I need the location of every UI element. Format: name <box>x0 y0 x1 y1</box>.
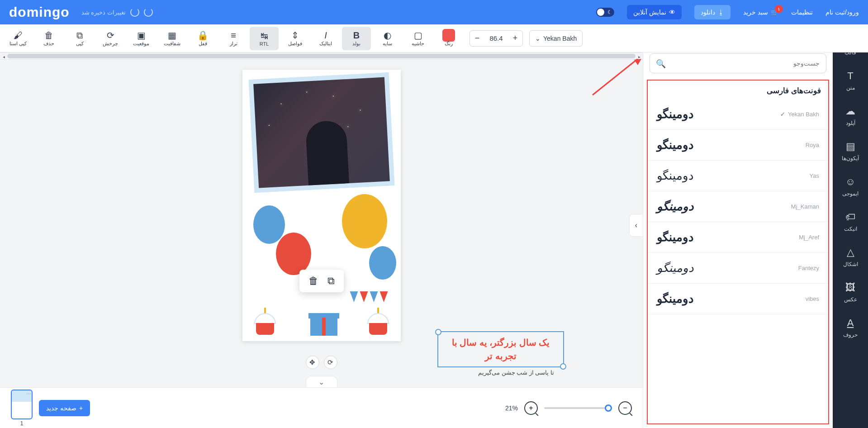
font-row-vibes[interactable]: vibes دومینگو <box>648 284 828 314</box>
rail-upload[interactable]: ☁آپلود <box>833 99 868 133</box>
letters-icon: A <box>847 317 854 329</box>
scroll-left-arrow[interactable]: ◂ <box>0 53 7 60</box>
sync-icon-2 <box>130 8 139 17</box>
rail-letters[interactable]: Aحروف <box>833 310 868 345</box>
download-button[interactable]: ⭳ دانلود <box>694 5 730 19</box>
delete-tool[interactable]: 🗑حذف <box>34 27 63 50</box>
photo-frame[interactable] <box>248 72 394 193</box>
opacity-tool[interactable]: ▦شفافیت <box>157 27 186 50</box>
photo-placeholder <box>253 77 390 188</box>
font-size-increase[interactable]: + <box>508 31 522 46</box>
zoom-slider-knob[interactable] <box>605 404 612 412</box>
font-section-title: فونت‌های فارسی <box>648 81 828 99</box>
more-icon[interactable]: ⋯ <box>26 391 31 396</box>
download-label: دانلود <box>701 9 715 16</box>
plus-icon: + <box>79 404 83 412</box>
cupcake-shape[interactable] <box>365 309 392 335</box>
rail-shapes[interactable]: △اشکال <box>833 240 868 274</box>
position-tool[interactable]: ▣موقعیت <box>127 27 156 50</box>
border-tool[interactable]: ▢حاشیه <box>403 27 432 50</box>
bold-tool[interactable]: Bبولد <box>342 27 371 50</box>
settings-link[interactable]: تنظیمات <box>791 9 813 16</box>
page-thumbnail[interactable]: ⋯ <box>11 390 33 419</box>
font-family-select[interactable]: ⌄ Yekan Bakh <box>529 30 583 47</box>
rtl-tool[interactable]: ↹RTL <box>250 27 279 50</box>
font-search-input[interactable] <box>650 53 826 73</box>
paint-roller-icon: 🖌 <box>14 30 23 41</box>
italic-tool[interactable]: Iایتالیک <box>311 27 340 50</box>
balloon-shape[interactable] <box>276 233 311 275</box>
preview-label: نمایش آنلاین <box>633 9 666 16</box>
color-swatch-icon <box>442 30 455 41</box>
cart-button[interactable]: 🛒 سبد خرید ۱ <box>743 9 778 16</box>
duplicate-icon[interactable]: ⧉ <box>327 275 335 287</box>
align-tool[interactable]: ≡تراز <box>219 27 248 50</box>
eye-icon: 👁 <box>669 9 675 16</box>
transform-handles: ⟳ ✥ <box>306 356 337 369</box>
bold-icon: B <box>353 30 360 41</box>
canvas-area[interactable]: ◂ ▸ یک سال بزرگتر، یه سال با تجربه تر تا… <box>0 52 643 387</box>
text-toolbar: 🖌کپی استا 🗑حذف ⧉کپی ⟳چرخش ▣موقعیت ▦شفافی… <box>0 24 868 52</box>
gift-shape[interactable] <box>310 312 337 336</box>
rail-image[interactable]: 🖼عکس <box>833 275 868 309</box>
download-icon: ⭳ <box>718 9 724 16</box>
balloon-shape[interactable] <box>253 205 285 244</box>
zoom-slider[interactable] <box>544 407 612 409</box>
scrollbar-thumb[interactable] <box>7 54 636 58</box>
rail-text[interactable]: Tمتن <box>833 63 868 98</box>
balloon-shape[interactable] <box>342 194 387 248</box>
sync-icon <box>144 8 153 17</box>
italic-icon: I <box>324 30 327 41</box>
image-icon: 🖼 <box>845 282 855 294</box>
horizontal-scrollbar[interactable]: ◂ ▸ <box>0 52 643 60</box>
delete-icon[interactable]: 🗑 <box>308 275 318 287</box>
artboard[interactable] <box>242 70 401 341</box>
rail-icons[interactable]: ▤آیکون‌ها <box>833 134 868 168</box>
font-row-mjaref[interactable]: Mj_Aref دومینگو <box>648 222 828 253</box>
trash-icon: 🗑 <box>44 30 53 41</box>
rotate-tool[interactable]: ⟳چرخش <box>96 27 125 50</box>
expand-pages-tab[interactable]: ⌄ <box>306 376 337 387</box>
copy-tool[interactable]: ⧉کپی <box>65 27 94 50</box>
lock-tool[interactable]: 🔒قفل <box>188 27 217 50</box>
shadow-tool[interactable]: ◐سایه <box>373 27 402 50</box>
rotate-handle-icon[interactable]: ⟳ <box>324 356 337 369</box>
font-size-input[interactable] <box>484 34 508 42</box>
balloon-shape[interactable] <box>369 246 396 280</box>
font-size-decrease[interactable]: − <box>470 31 484 46</box>
shapes-icon: △ <box>847 247 854 258</box>
new-page-button[interactable]: + صفحه جدید <box>39 400 90 416</box>
online-preview-button[interactable]: 👁 نمایش آنلاین <box>627 5 682 19</box>
rail-emoji[interactable]: ☺ایموجی <box>833 169 868 204</box>
font-row-mjkaman[interactable]: Mj_Kaman دومینگو <box>648 191 828 222</box>
text-icon: T <box>847 70 853 82</box>
copy-style-tool[interactable]: 🖌کپی استا <box>4 27 33 50</box>
dark-mode-toggle[interactable]: ☾ <box>596 8 614 17</box>
zoom-in-button[interactable]: + <box>524 401 538 415</box>
emoji-icon: ☺ <box>845 176 855 188</box>
login-link[interactable]: ورود/ثبت نام <box>825 9 859 16</box>
cart-label: سبد خرید <box>743 9 768 16</box>
font-row-fantezy[interactable]: Fantezy دومینگو <box>648 253 828 284</box>
side-rail: ▦قالب Tمتن ☁آپلود ▤آیکون‌ها ☺ایموجی 🏷اتی… <box>833 24 868 428</box>
bunting-shape[interactable] <box>350 291 388 302</box>
font-row-yekanbakh[interactable]: Yekan Bakh✓ دومینگو <box>648 99 828 130</box>
copy-icon: ⧉ <box>76 30 83 41</box>
font-row-yas[interactable]: Yas دومینگو <box>648 161 828 191</box>
rail-tag[interactable]: 🏷اتیکت <box>833 204 868 239</box>
selected-text-box[interactable]: یک سال بزرگتر، یه سال با تجربه تر <box>437 331 564 367</box>
font-row-roya[interactable]: Roya دومینگو <box>648 130 828 161</box>
moon-icon: ☾ <box>607 9 612 15</box>
move-handle-icon[interactable]: ✥ <box>306 356 319 369</box>
collapse-panel-tab[interactable]: › <box>629 214 643 237</box>
subtitle-text[interactable]: تا پاسی از شب جشن می‌گیریم <box>453 369 579 376</box>
zoom-percent: 21% <box>505 404 518 412</box>
zoom-out-button[interactable]: − <box>618 401 632 415</box>
border-icon: ▢ <box>414 30 422 41</box>
cupcake-shape[interactable] <box>251 309 279 335</box>
spacing-tool[interactable]: ⇕فواصل <box>280 27 309 50</box>
scroll-right-arrow[interactable]: ▸ <box>636 53 643 60</box>
font-list: فونت‌های فارسی Yekan Bakh✓ دومینگو Roya … <box>647 80 829 424</box>
color-tool[interactable]: رنگ <box>434 27 463 50</box>
headline-text[interactable]: یک سال بزرگتر، یه سال با تجربه تر <box>441 336 560 363</box>
